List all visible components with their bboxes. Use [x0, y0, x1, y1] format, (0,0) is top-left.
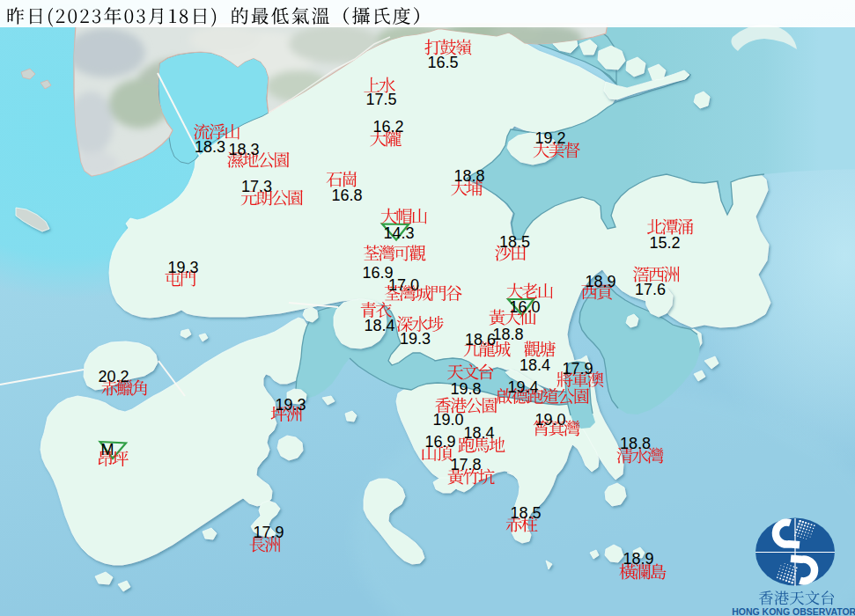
svg-text:16.0: 16.0 [509, 298, 540, 316]
svg-text:17.6: 17.6 [635, 281, 666, 298]
svg-text:16.9: 16.9 [424, 433, 455, 451]
svg-text:18.4: 18.4 [364, 317, 394, 334]
svg-text:18.3: 18.3 [228, 141, 259, 158]
svg-text:19.0: 19.0 [432, 411, 463, 429]
svg-text:14.3: 14.3 [383, 224, 414, 242]
svg-text:M: M [101, 441, 114, 458]
svg-text:18.8: 18.8 [492, 326, 523, 343]
svg-text:17.8: 17.8 [450, 456, 481, 473]
svg-text:18.4: 18.4 [520, 356, 550, 374]
svg-text:17.3: 17.3 [241, 178, 272, 195]
svg-text:16.8: 16.8 [331, 187, 362, 204]
svg-text:19.3: 19.3 [400, 330, 431, 348]
svg-text:18.8: 18.8 [620, 435, 651, 452]
svg-text:16.2: 16.2 [372, 118, 403, 136]
svg-text:17.9: 17.9 [562, 360, 593, 378]
svg-text:19.0: 19.0 [534, 411, 565, 429]
svg-text:19.8: 19.8 [450, 380, 481, 398]
svg-text:20.2: 20.2 [98, 368, 129, 385]
svg-text:HONG KONG OBSERVATORY: HONG KONG OBSERVATORY [732, 606, 855, 616]
svg-text:17.5: 17.5 [365, 91, 396, 108]
svg-text:18.6: 18.6 [465, 331, 496, 348]
svg-text:19.3: 19.3 [167, 259, 198, 276]
svg-text:18.8: 18.8 [453, 167, 484, 185]
svg-text:19.4: 19.4 [507, 378, 538, 396]
svg-text:18.5: 18.5 [499, 233, 530, 251]
svg-text:16.5: 16.5 [427, 54, 458, 71]
svg-text:18.5: 18.5 [510, 504, 541, 522]
svg-text:15.2: 15.2 [649, 234, 680, 252]
svg-text:19.2: 19.2 [534, 129, 565, 147]
svg-text:18.4: 18.4 [463, 424, 494, 442]
svg-text:18.9: 18.9 [623, 550, 653, 568]
svg-text:18.3: 18.3 [195, 138, 225, 156]
svg-text:18.9: 18.9 [585, 273, 615, 290]
svg-text:19.3: 19.3 [275, 396, 306, 414]
svg-text:17.0: 17.0 [388, 276, 419, 294]
svg-text:17.9: 17.9 [253, 524, 284, 541]
